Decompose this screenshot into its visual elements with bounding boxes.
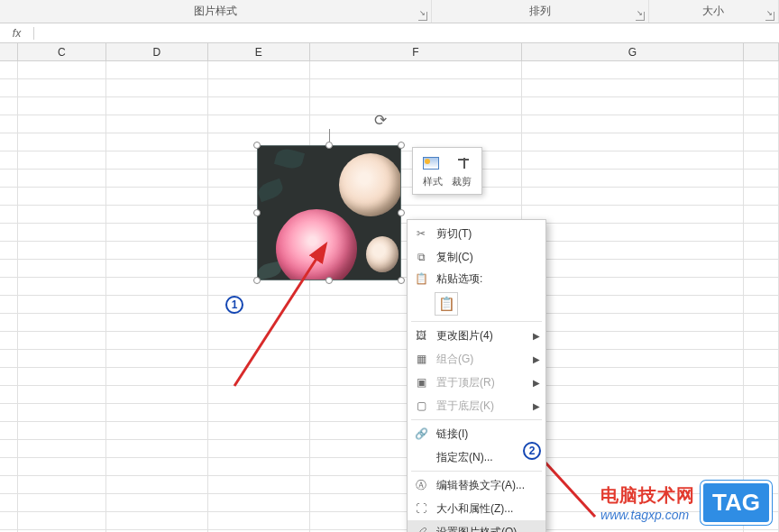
dialog-launcher-icon[interactable] bbox=[636, 12, 645, 21]
cell[interactable] bbox=[18, 368, 106, 385]
cell[interactable] bbox=[310, 115, 523, 133]
cell[interactable] bbox=[744, 422, 779, 439]
cell[interactable] bbox=[310, 97, 523, 115]
cell[interactable] bbox=[18, 133, 106, 151]
cell[interactable] bbox=[18, 61, 106, 78]
table-row[interactable] bbox=[0, 332, 779, 350]
rotate-handle-icon[interactable]: ⟳ bbox=[374, 111, 392, 129]
cell[interactable] bbox=[0, 61, 18, 78]
cell[interactable] bbox=[522, 278, 743, 295]
cell[interactable] bbox=[310, 61, 523, 78]
cell[interactable] bbox=[744, 206, 779, 223]
col-header[interactable] bbox=[744, 43, 779, 60]
cell[interactable] bbox=[310, 79, 523, 96]
cell[interactable] bbox=[522, 242, 743, 259]
cell[interactable] bbox=[18, 242, 106, 259]
cell[interactable] bbox=[0, 332, 18, 349]
cell[interactable] bbox=[744, 260, 779, 277]
cell[interactable] bbox=[106, 61, 208, 78]
cell[interactable] bbox=[208, 97, 310, 115]
cell[interactable] bbox=[522, 206, 743, 223]
cell[interactable] bbox=[106, 224, 208, 241]
cell[interactable] bbox=[0, 115, 18, 133]
resize-handle[interactable] bbox=[398, 277, 405, 284]
cell[interactable] bbox=[0, 512, 18, 529]
cell[interactable] bbox=[744, 368, 779, 385]
cell[interactable] bbox=[522, 61, 743, 78]
cell[interactable] bbox=[208, 512, 310, 529]
cell[interactable] bbox=[744, 97, 779, 115]
fx-label[interactable]: fx bbox=[0, 27, 34, 40]
cell[interactable] bbox=[106, 350, 208, 367]
cell[interactable] bbox=[18, 512, 106, 529]
cell[interactable] bbox=[106, 296, 208, 313]
cell[interactable] bbox=[0, 278, 18, 295]
cell[interactable] bbox=[0, 350, 18, 367]
cell[interactable] bbox=[106, 97, 208, 115]
dialog-launcher-icon[interactable] bbox=[765, 12, 774, 21]
table-row[interactable] bbox=[0, 79, 779, 97]
cell[interactable] bbox=[0, 458, 18, 475]
cell[interactable] bbox=[522, 224, 743, 241]
cell[interactable] bbox=[0, 188, 18, 205]
cell[interactable] bbox=[522, 314, 743, 331]
cell[interactable] bbox=[106, 458, 208, 475]
cell[interactable] bbox=[208, 440, 310, 457]
cell[interactable] bbox=[744, 350, 779, 367]
picture-style-icon[interactable] bbox=[423, 155, 439, 171]
cell[interactable] bbox=[208, 458, 310, 475]
cell[interactable] bbox=[744, 296, 779, 313]
cell[interactable] bbox=[106, 476, 208, 493]
paste-as-picture-button[interactable]: 📋 bbox=[435, 292, 458, 316]
cell[interactable] bbox=[522, 79, 743, 96]
col-header[interactable]: F bbox=[310, 43, 523, 60]
cell[interactable] bbox=[522, 133, 743, 151]
resize-handle[interactable] bbox=[253, 209, 261, 216]
resize-handle[interactable] bbox=[253, 142, 261, 149]
formula-input[interactable] bbox=[34, 23, 779, 42]
cell[interactable] bbox=[0, 368, 18, 385]
cell[interactable] bbox=[18, 206, 106, 223]
cell[interactable] bbox=[18, 350, 106, 367]
col-header[interactable]: E bbox=[208, 43, 310, 60]
cell[interactable] bbox=[744, 115, 779, 133]
crop-icon[interactable] bbox=[455, 155, 472, 171]
cell[interactable] bbox=[744, 386, 779, 403]
table-row[interactable] bbox=[0, 386, 779, 404]
cell[interactable] bbox=[18, 494, 106, 511]
table-row[interactable] bbox=[0, 350, 779, 368]
cell[interactable] bbox=[0, 206, 18, 223]
cell[interactable] bbox=[106, 314, 208, 331]
cell[interactable] bbox=[744, 79, 779, 96]
cell[interactable] bbox=[744, 440, 779, 457]
cell[interactable] bbox=[0, 133, 18, 151]
cell[interactable] bbox=[0, 242, 18, 259]
cell[interactable] bbox=[106, 368, 208, 385]
cell[interactable] bbox=[106, 260, 208, 277]
mini-crop-label[interactable]: 裁剪 bbox=[452, 175, 472, 188]
col-header[interactable]: D bbox=[106, 43, 208, 60]
cell[interactable] bbox=[208, 494, 310, 511]
cell[interactable] bbox=[744, 458, 779, 475]
cell[interactable] bbox=[744, 224, 779, 241]
table-row[interactable] bbox=[0, 368, 779, 386]
cell[interactable] bbox=[18, 188, 106, 205]
cell[interactable] bbox=[106, 332, 208, 349]
cell[interactable] bbox=[18, 115, 106, 133]
ctx-change-picture[interactable]: 🖼 更改图片(4) ▶ bbox=[408, 324, 545, 347]
cell[interactable] bbox=[0, 422, 18, 439]
ctx-copy[interactable]: ⧉ 复制(C) bbox=[408, 245, 545, 269]
cell[interactable] bbox=[0, 224, 18, 241]
cell[interactable] bbox=[106, 494, 208, 511]
cell[interactable] bbox=[208, 115, 310, 133]
cell[interactable] bbox=[744, 314, 779, 331]
cell[interactable] bbox=[18, 151, 106, 169]
table-row[interactable] bbox=[0, 296, 779, 314]
ctx-size-properties[interactable]: ⛶ 大小和属性(Z)... bbox=[408, 497, 545, 520]
cell[interactable] bbox=[208, 404, 310, 421]
cell[interactable] bbox=[522, 368, 743, 385]
cell[interactable] bbox=[18, 79, 106, 96]
cell[interactable] bbox=[0, 170, 18, 187]
cell[interactable] bbox=[18, 224, 106, 241]
cell[interactable] bbox=[18, 386, 106, 403]
